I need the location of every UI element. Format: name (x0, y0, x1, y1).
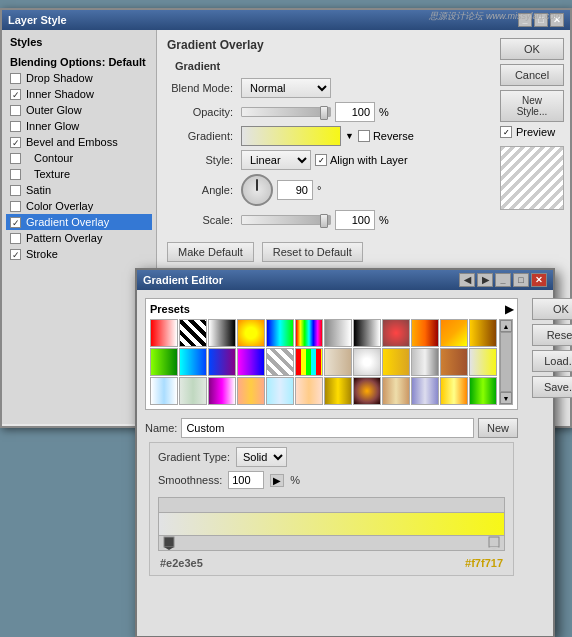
sidebar-item-inner-shadow[interactable]: Inner Shadow (6, 86, 152, 102)
left-stop[interactable] (163, 536, 175, 550)
preset-19[interactable] (324, 348, 352, 376)
sidebar-item-drop-shadow[interactable]: Drop Shadow (6, 70, 152, 86)
sidebar-item-color-overlay[interactable]: Color Overlay (6, 198, 152, 214)
preset-5[interactable] (266, 319, 294, 347)
opacity-input[interactable]: 100 (335, 102, 375, 122)
reverse-checkbox[interactable] (358, 130, 370, 142)
scroll-up-arrow[interactable]: ▲ (500, 320, 512, 332)
preset-4[interactable] (237, 319, 265, 347)
preset-20[interactable] (353, 348, 381, 376)
preview-checkbox[interactable] (500, 126, 512, 138)
preset-8[interactable] (353, 319, 381, 347)
preset-10[interactable] (411, 319, 439, 347)
angle-dial[interactable] (241, 174, 273, 206)
left-stop-marker[interactable] (163, 536, 175, 550)
ge-save-button[interactable]: Save... (532, 376, 572, 398)
ok-button[interactable]: OK (500, 38, 564, 60)
preset-24[interactable] (469, 348, 497, 376)
cancel-button[interactable]: Cancel (500, 64, 564, 86)
ge-name-input[interactable]: Custom (181, 418, 474, 438)
preset-36[interactable] (469, 377, 497, 405)
right-stop-marker[interactable] (488, 536, 500, 550)
ge-load-button[interactable]: Load... (532, 350, 572, 372)
preset-16[interactable] (237, 348, 265, 376)
gradient-overlay-checkbox[interactable] (10, 217, 21, 228)
ge-minimize-btn[interactable]: _ (495, 273, 511, 287)
sidebar-item-blending-options[interactable]: Blending Options: Default (6, 54, 152, 70)
gradient-bar[interactable] (159, 512, 504, 536)
preset-23[interactable] (440, 348, 468, 376)
angle-input[interactable] (277, 180, 313, 200)
make-default-button[interactable]: Make Default (167, 242, 254, 262)
sidebar-item-bevel-emboss[interactable]: Bevel and Emboss (6, 134, 152, 150)
ge-maximize-btn[interactable]: □ (513, 273, 529, 287)
pattern-overlay-checkbox[interactable] (10, 233, 21, 244)
new-style-button[interactable]: New Style... (500, 90, 564, 122)
smoothness-stepper[interactable]: ▶ (270, 474, 284, 487)
preset-29[interactable] (266, 377, 294, 405)
stroke-checkbox[interactable] (10, 249, 21, 260)
preset-3[interactable] (208, 319, 236, 347)
ge-move-btn[interactable]: ◀ (459, 273, 475, 287)
sidebar-item-texture[interactable]: Texture (6, 166, 152, 182)
sidebar-item-inner-glow[interactable]: Inner Glow (6, 118, 152, 134)
bevel-emboss-checkbox[interactable] (10, 137, 21, 148)
preset-34[interactable] (411, 377, 439, 405)
scale-slider-thumb[interactable] (320, 214, 328, 228)
preset-13[interactable] (150, 348, 178, 376)
preset-17[interactable] (266, 348, 294, 376)
preset-30[interactable] (295, 377, 323, 405)
color-overlay-checkbox[interactable] (10, 201, 21, 212)
preset-21[interactable] (382, 348, 410, 376)
sidebar-item-outer-glow[interactable]: Outer Glow (6, 102, 152, 118)
align-checkbox[interactable] (315, 154, 327, 166)
preset-1[interactable] (150, 319, 178, 347)
preset-28[interactable] (237, 377, 265, 405)
preset-15[interactable] (208, 348, 236, 376)
preset-12[interactable] (469, 319, 497, 347)
gradient-preview[interactable] (241, 126, 341, 146)
preset-2[interactable] (179, 319, 207, 347)
sidebar-item-satin[interactable]: Satin (6, 182, 152, 198)
preset-31[interactable] (324, 377, 352, 405)
opacity-slider-track[interactable] (241, 107, 331, 117)
scale-input[interactable]: 100 (335, 210, 375, 230)
arrow-icon[interactable]: ▼ (345, 131, 354, 141)
inner-shadow-checkbox[interactable] (10, 89, 21, 100)
preset-32[interactable] (353, 377, 381, 405)
preset-9[interactable] (382, 319, 410, 347)
preset-11[interactable] (440, 319, 468, 347)
blend-mode-select[interactable]: Normal (241, 78, 331, 98)
sidebar-item-stroke[interactable]: Stroke (6, 246, 152, 262)
sidebar-item-gradient-overlay[interactable]: Gradient Overlay (6, 214, 152, 230)
satin-checkbox[interactable] (10, 185, 21, 196)
reset-to-default-button[interactable]: Reset to Default (262, 242, 363, 262)
preset-7[interactable] (324, 319, 352, 347)
gradient-type-select[interactable]: Solid (236, 447, 287, 467)
scroll-down-arrow[interactable]: ▼ (500, 392, 512, 404)
preset-6[interactable] (295, 319, 323, 347)
opacity-slider-thumb[interactable] (320, 106, 328, 120)
style-select[interactable]: Linear (241, 150, 311, 170)
contour-checkbox[interactable] (10, 153, 21, 164)
ge-nav-btn[interactable]: ▶ (477, 273, 493, 287)
ge-reset-button[interactable]: Reset (532, 324, 572, 346)
scrollbar-track[interactable] (500, 332, 512, 392)
sidebar-item-pattern-overlay[interactable]: Pattern Overlay (6, 230, 152, 246)
preset-26[interactable] (179, 377, 207, 405)
preset-18[interactable] (295, 348, 323, 376)
preset-22[interactable] (411, 348, 439, 376)
preset-33[interactable] (382, 377, 410, 405)
preset-25[interactable] (150, 377, 178, 405)
ge-close-btn[interactable]: ✕ (531, 273, 547, 287)
presets-arrow[interactable]: ▶ (505, 303, 513, 316)
inner-glow-checkbox[interactable] (10, 121, 21, 132)
ge-new-button[interactable]: New (478, 418, 518, 438)
sidebar-item-contour[interactable]: Contour (6, 150, 152, 166)
outer-glow-checkbox[interactable] (10, 105, 21, 116)
preset-14[interactable] (179, 348, 207, 376)
preset-27[interactable] (208, 377, 236, 405)
preset-35[interactable] (440, 377, 468, 405)
texture-checkbox[interactable] (10, 169, 21, 180)
ge-ok-button[interactable]: OK (532, 298, 572, 320)
